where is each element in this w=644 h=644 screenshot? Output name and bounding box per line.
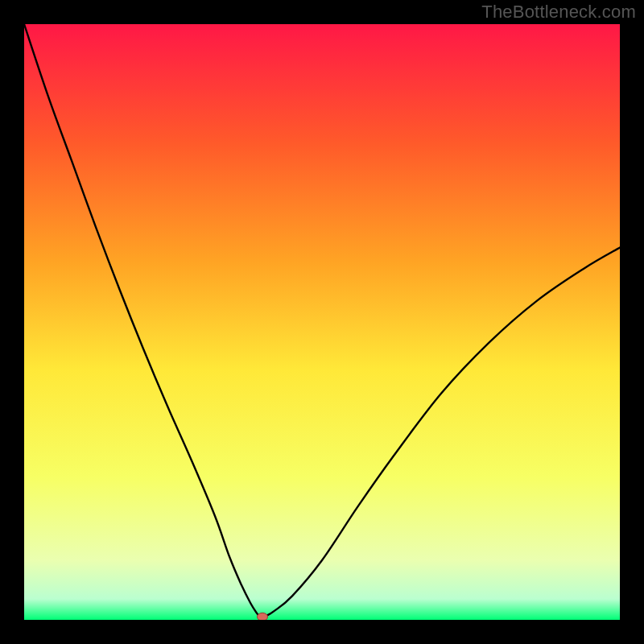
bottleneck-chart <box>24 24 620 620</box>
gradient-background <box>24 24 620 620</box>
plot-area <box>24 24 620 620</box>
watermark-text: TheBottleneck.com <box>481 2 636 23</box>
chart-frame: TheBottleneck.com <box>0 0 644 644</box>
optimal-point-marker <box>258 613 268 620</box>
